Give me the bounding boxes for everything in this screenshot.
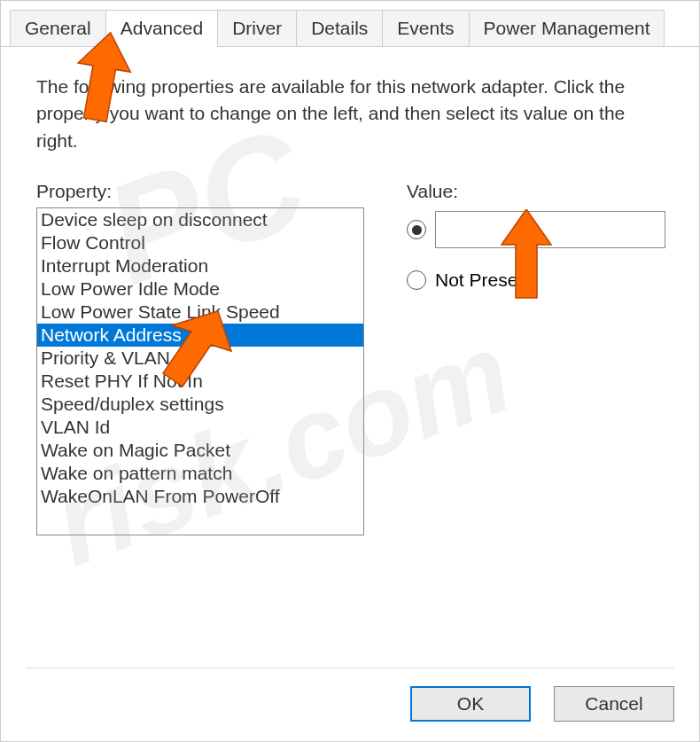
property-label: Property: bbox=[36, 181, 364, 202]
value-label: Value: bbox=[407, 181, 665, 202]
list-item[interactable]: Priority & VLAN bbox=[37, 347, 363, 370]
tab-label: Driver bbox=[232, 18, 282, 38]
list-item-selected[interactable]: Network Address bbox=[37, 324, 363, 347]
property-listbox[interactable]: Device sleep on disconnect Flow Control … bbox=[36, 207, 364, 535]
tab-bar: General Advanced Driver Details Events P… bbox=[1, 1, 699, 47]
tab-power-management[interactable]: Power Management bbox=[469, 10, 665, 46]
radio-dot-icon bbox=[412, 225, 422, 235]
not-present-label: Not Present bbox=[435, 269, 533, 291]
list-item[interactable]: Low Power Idle Mode bbox=[37, 277, 363, 301]
dialog-window: PC risk.com General Advanced Driver Deta… bbox=[0, 0, 700, 742]
tab-advanced[interactable]: Advanced bbox=[105, 10, 218, 47]
tab-driver[interactable]: Driver bbox=[217, 10, 297, 46]
ok-button[interactable]: OK bbox=[410, 686, 531, 722]
tab-content: The following properties are available f… bbox=[1, 47, 699, 562]
list-item[interactable]: WakeOnLAN From PowerOff bbox=[37, 485, 363, 508]
cancel-button[interactable]: Cancel bbox=[554, 686, 674, 722]
list-item[interactable]: Flow Control bbox=[37, 231, 363, 254]
button-label: OK bbox=[457, 693, 484, 715]
list-item[interactable]: Speed/duplex settings bbox=[37, 393, 363, 416]
value-input[interactable] bbox=[435, 211, 665, 248]
list-item[interactable]: Low Power State Link Speed bbox=[37, 301, 363, 324]
tab-label: Advanced bbox=[121, 18, 203, 38]
list-item[interactable]: Device sleep on disconnect bbox=[37, 208, 363, 231]
tab-label: Events bbox=[397, 18, 454, 38]
list-item[interactable]: Wake on pattern match bbox=[37, 462, 363, 485]
tab-general[interactable]: General bbox=[10, 10, 106, 46]
list-item[interactable]: Interrupt Moderation bbox=[37, 254, 363, 277]
list-item[interactable]: VLAN Id bbox=[37, 416, 363, 439]
dialog-footer: OK Cancel bbox=[26, 668, 674, 722]
tab-label: General bbox=[25, 18, 91, 38]
tab-events[interactable]: Events bbox=[382, 10, 469, 46]
tab-details[interactable]: Details bbox=[296, 10, 383, 46]
button-label: Cancel bbox=[585, 693, 642, 715]
tab-label: Details bbox=[311, 18, 368, 38]
tab-label: Power Management bbox=[484, 18, 650, 38]
description-text: The following properties are available f… bbox=[36, 74, 664, 154]
list-item[interactable]: Wake on Magic Packet bbox=[37, 439, 363, 462]
value-radio[interactable] bbox=[407, 220, 426, 239]
not-present-radio[interactable] bbox=[407, 270, 426, 290]
list-item[interactable]: Reset PHY If Not In bbox=[37, 370, 363, 393]
